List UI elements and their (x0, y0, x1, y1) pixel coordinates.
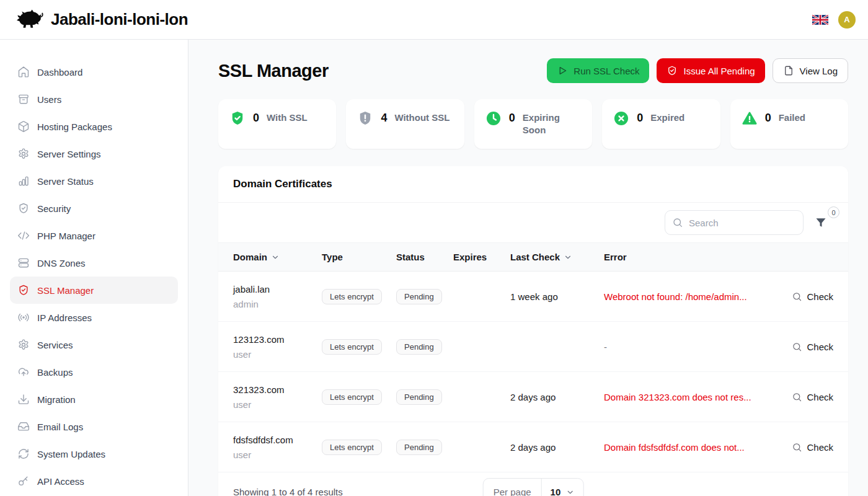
search-icon (792, 442, 802, 453)
stat-card-with-ssl: 0With SSL (218, 99, 336, 149)
type-badge: Lets encrypt (322, 440, 382, 455)
sidebar-item-users[interactable]: Users (10, 86, 178, 113)
sidebar-item-server-status[interactable]: Server Status (10, 167, 178, 195)
table-row: fdsfsdfdsf.com user Lets encrypt Pending… (218, 422, 848, 472)
sidebar-item-backups[interactable]: Backups (10, 358, 178, 386)
warning-filled-icon (742, 110, 758, 126)
column-label: Domain (233, 252, 267, 262)
per-page-select[interactable]: 10 (542, 479, 583, 496)
search-input[interactable] (665, 210, 804, 235)
shield-check-filled-icon (229, 110, 246, 126)
table-footer: Showing 1 to 4 of 4 results Per page 10 (218, 472, 848, 496)
domain-user: user (233, 399, 322, 410)
domain-user: user (233, 349, 322, 360)
stat-value: 0 (253, 112, 259, 125)
sidebar-item-ssl-manager[interactable]: SSL Manager (10, 277, 178, 304)
sidebar-item-label: Migration (37, 394, 76, 405)
domain-cell: 321323.com user (233, 384, 322, 410)
search-icon (672, 217, 683, 228)
x-circle-filled-icon (613, 110, 629, 126)
sidebar-item-dashboard[interactable]: Dashboard (10, 58, 178, 86)
table-row: 321323.com user Lets encrypt Pending 2 d… (218, 372, 848, 422)
type-badge: Lets encrypt (322, 339, 382, 355)
status-badge: Pending (396, 389, 442, 405)
check-button[interactable]: Check (764, 442, 833, 453)
per-page-value: 10 (551, 487, 561, 496)
sidebar-item-label: System Updates (37, 449, 105, 459)
domain-name: fdsfsdfdsf.com (233, 435, 322, 445)
sidebar-item-email-logs[interactable]: Email Logs (10, 413, 178, 440)
status-badge: Pending (396, 440, 442, 455)
column-header-last-check[interactable]: Last Check (510, 252, 604, 262)
run-ssl-check-label: Run SSL Check (574, 66, 639, 76)
status-badge: Pending (396, 339, 442, 355)
shield-check-icon (17, 284, 30, 296)
filter-button[interactable]: 0 (815, 210, 833, 235)
stat-card-expiring-soon: 0Expiring Soon (474, 99, 592, 149)
shield-check-icon (17, 202, 30, 215)
type-badge: Lets encrypt (322, 289, 382, 304)
stat-value: 0 (509, 112, 515, 125)
column-header-domain[interactable]: Domain (233, 252, 322, 262)
sidebar-item-hosting-packages[interactable]: Hosting Packages (10, 113, 178, 140)
sidebar-item-system-updates[interactable]: System Updates (10, 440, 178, 467)
sidebar-item-label: SSL Manager (37, 285, 94, 296)
chevron-down-icon (564, 253, 572, 262)
sidebar-item-ip-addresses[interactable]: IP Addresses (10, 304, 178, 331)
results-summary: Showing 1 to 4 of 4 results (233, 487, 343, 496)
stat-cards: 0With SSL4Without SSL0Expiring Soon0Expi… (218, 99, 848, 149)
stat-label: Expired (650, 112, 684, 124)
sidebar-item-api-access[interactable]: API Access (10, 467, 178, 495)
domain-cell: 123123.com user (233, 334, 322, 360)
sidebar-item-label: Services (37, 340, 73, 350)
check-button[interactable]: Check (764, 342, 833, 352)
sidebar-item-php-manager[interactable]: PHP Manager (10, 222, 178, 249)
issue-all-pending-button[interactable]: Issue All Pending (657, 58, 764, 83)
sidebar-item-security[interactable]: Security (10, 195, 178, 222)
sidebar-item-dns-zones[interactable]: DNS Zones (10, 249, 178, 277)
clock-filled-icon (485, 110, 502, 126)
domain-name: 123123.com (233, 334, 322, 345)
domain-cell: jabali.lan admin (233, 284, 322, 309)
sidebar-item-server-settings[interactable]: Server Settings (10, 140, 178, 167)
sidebar-item-migration[interactable]: Migration (10, 386, 178, 413)
error-cell: Domain fdsfsdfdsf.com does not... (604, 442, 764, 453)
last-check-cell: 1 week ago (510, 291, 604, 302)
server-icon (17, 257, 30, 269)
sidebar-item-label: Server Status (37, 176, 94, 187)
per-page-label: Per page (484, 479, 541, 496)
boar-logo-icon (15, 9, 45, 30)
user-avatar[interactable]: A (838, 11, 856, 29)
sidebar-item-label: DNS Zones (37, 258, 86, 268)
search-icon (792, 342, 802, 352)
stat-label: With SSL (267, 112, 308, 124)
file-icon (783, 65, 794, 76)
bar-chart-icon (17, 175, 30, 187)
status-badge: Pending (396, 289, 442, 304)
run-ssl-check-button[interactable]: Run SSL Check (547, 58, 649, 83)
sidebar-item-label: Hosting Packages (37, 122, 112, 132)
radio-icon (17, 311, 30, 324)
search-icon (792, 291, 802, 302)
check-label: Check (807, 392, 833, 402)
error-cell: - (604, 342, 764, 352)
sidebar-item-services[interactable]: Services (10, 331, 178, 358)
inbox-icon (17, 420, 30, 433)
column-label: Error (604, 252, 627, 262)
type-badge: Lets encrypt (322, 389, 382, 405)
brand[interactable]: Jabali-loni-loni-lon (15, 9, 188, 30)
table-row: 123123.com user Lets encrypt Pending - C… (218, 322, 848, 372)
view-log-button[interactable]: View Log (773, 58, 848, 83)
check-button[interactable]: Check (764, 392, 833, 402)
panel-title: Domain Certificates (218, 166, 848, 203)
stat-label: Expiring Soon (523, 112, 581, 136)
top-header: Jabali-loni-loni-lon A (0, 0, 868, 40)
chevron-down-icon (565, 488, 574, 496)
domain-user: admin (233, 299, 322, 309)
stat-value: 0 (765, 112, 771, 125)
last-check-cell: 2 days ago (510, 392, 604, 402)
check-button[interactable]: Check (764, 291, 833, 302)
domain-name: 321323.com (233, 384, 322, 395)
sidebar: DashboardUsersHosting PackagesServer Set… (0, 40, 188, 496)
language-flag-icon[interactable] (812, 14, 828, 25)
